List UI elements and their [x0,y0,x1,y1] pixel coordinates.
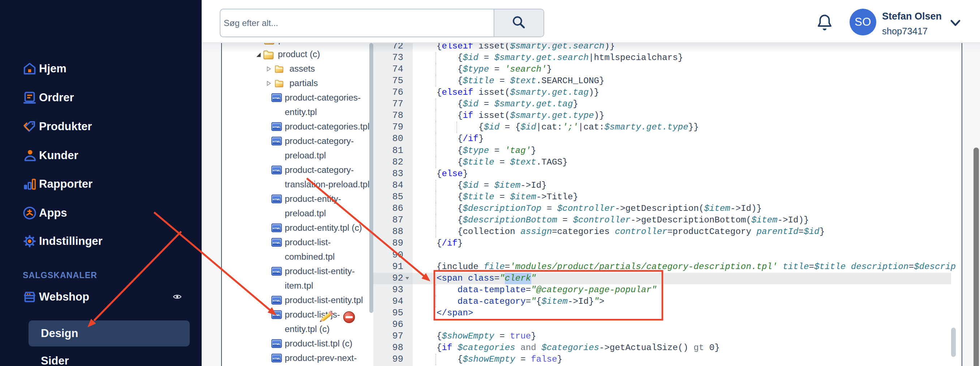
svg-text:HTML: HTML [272,313,280,317]
svg-text:HTML: HTML [272,126,280,129]
svg-text:HTML: HTML [272,198,280,201]
svg-text:HTML: HTML [272,97,280,100]
svg-text:HTML: HTML [272,140,280,143]
svg-text:HTML: HTML [272,241,280,245]
svg-text:HTML: HTML [272,342,280,346]
svg-text:HTML: HTML [272,227,280,230]
svg-text:HTML: HTML [272,357,280,360]
svg-text:HTML: HTML [272,299,280,302]
svg-text:HTML: HTML [272,270,280,273]
svg-text:HTML: HTML [272,169,280,172]
